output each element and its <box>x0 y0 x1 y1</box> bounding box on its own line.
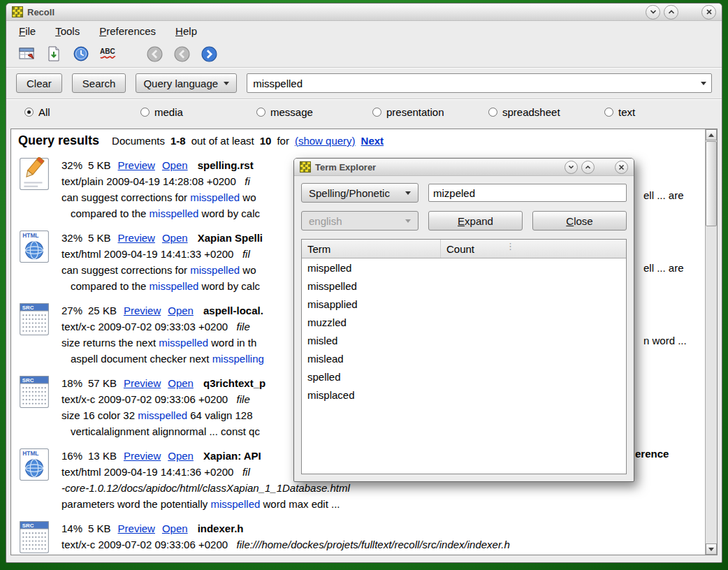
search-button[interactable]: Search <box>72 73 126 93</box>
back-icon-2[interactable] <box>173 45 191 63</box>
open-link[interactable]: Open <box>168 377 194 389</box>
result-size: 5 KB <box>88 159 111 171</box>
clock-icon[interactable] <box>72 45 90 63</box>
snippet-text: size returns the next <box>61 337 159 349</box>
language-dropdown[interactable]: english <box>301 211 418 231</box>
filter-text[interactable]: text <box>604 106 720 118</box>
highlighted-term: misspelling <box>212 353 264 365</box>
term-row[interactable]: misapplied <box>302 295 626 313</box>
result-url: -core-1.0.12/docs/apidoc/html/classXapia… <box>61 482 350 494</box>
document-icon[interactable] <box>45 45 63 63</box>
abc-spell-icon[interactable]: ABC <box>99 45 117 63</box>
open-link[interactable]: Open <box>162 522 188 534</box>
preview-link[interactable]: Preview <box>124 450 161 462</box>
query-history-dropdown-icon[interactable] <box>696 74 711 92</box>
term-cell: misled <box>302 335 441 346</box>
results-scrollbar[interactable] <box>705 129 717 555</box>
dialog-title-bar[interactable]: Term Explorer <box>294 159 634 176</box>
term-row[interactable]: muzzled <box>302 313 626 331</box>
highlighted-term: misspelled <box>210 498 260 510</box>
results-total: 10 <box>260 135 272 147</box>
filter-spreadsheet[interactable]: spreadsheet <box>488 106 604 118</box>
term-row[interactable]: misled <box>302 331 626 349</box>
menu-tools[interactable]: Tools <box>55 25 80 37</box>
menu-help[interactable]: Help <box>175 25 197 37</box>
radio-icon <box>140 108 150 117</box>
preview-link[interactable]: Preview <box>124 377 161 389</box>
filter-message[interactable]: message <box>256 106 372 118</box>
snippet-text: size 16 color 32 <box>61 409 138 421</box>
dialog-maximize-button[interactable] <box>581 161 595 174</box>
preview-link[interactable]: Preview <box>124 305 161 316</box>
snippet-text: text/plain 2009-04-19 14:28:08 +0200 <box>61 175 245 187</box>
clear-button[interactable]: Clear <box>16 73 62 93</box>
expand-button[interactable]: Expand <box>428 211 523 231</box>
preview-link[interactable]: Preview <box>118 159 155 171</box>
term-column-header[interactable]: Term <box>302 240 441 258</box>
dialog-body: Spelling/Phonetic english Expand Close T… <box>294 176 634 481</box>
highlighted-term: misspelled <box>150 280 199 292</box>
open-link[interactable]: Open <box>168 450 194 462</box>
term-row[interactable]: spelled <box>302 367 626 386</box>
result-score: 32% <box>61 159 82 171</box>
show-query-link[interactable]: (show query) <box>295 135 356 147</box>
menu-preferences[interactable]: Preferences <box>99 25 156 37</box>
term-cell: muzzled <box>302 316 441 328</box>
highlighted-term: misspelled <box>190 264 240 276</box>
query-language-dropdown[interactable]: Query language <box>136 73 237 93</box>
title-bar[interactable]: Recoll <box>6 3 722 21</box>
preview-link[interactable]: Preview <box>118 232 155 244</box>
term-cell: mispelled <box>302 262 441 274</box>
filter-media[interactable]: media <box>140 106 256 118</box>
term-cell: misapplied <box>302 298 441 310</box>
result-size: 5 KB <box>88 232 111 244</box>
filter-all[interactable]: All <box>24 106 140 118</box>
minimize-button[interactable] <box>646 5 660 20</box>
term-explorer-dialog: Term Explorer Spelling/Phonetic english <box>293 158 634 482</box>
header-handle-icon: ⋮ <box>506 241 515 251</box>
overflow-text-fragment: ell ... are <box>643 189 684 201</box>
scroll-down-icon[interactable] <box>706 543 717 555</box>
search-query-combo <box>247 73 712 93</box>
snippet-text: text/html 2009-04-19 14:41:36 +0200 <box>61 466 242 478</box>
app-icon <box>300 161 311 173</box>
search-input[interactable] <box>247 78 696 89</box>
filter-label: All <box>38 106 50 118</box>
open-link[interactable]: Open <box>168 305 194 316</box>
desktop: Recoll File Tools Preferences Help <box>0 0 728 570</box>
scrollbar-thumb[interactable] <box>706 141 717 226</box>
results-range: 1-8 <box>170 135 186 147</box>
term-row[interactable]: mispelled <box>302 258 626 277</box>
open-link[interactable]: Open <box>162 232 188 244</box>
scroll-up-icon[interactable] <box>706 129 717 140</box>
preview-link[interactable]: Preview <box>118 522 155 534</box>
result-title: q3richtext_p <box>203 377 265 389</box>
result-url: file <box>237 321 250 332</box>
close-button[interactable] <box>701 5 716 20</box>
term-input-box <box>428 184 627 202</box>
open-link[interactable]: Open <box>162 159 188 171</box>
next-page-link[interactable]: Next <box>361 135 384 147</box>
term-input[interactable] <box>429 184 626 201</box>
menu-file[interactable]: File <box>19 25 36 37</box>
term-row[interactable]: misspelled <box>302 277 626 295</box>
term-row[interactable]: mislead <box>302 349 626 367</box>
expansion-mode-dropdown[interactable]: Spelling/Phonetic <box>301 183 418 203</box>
back-icon[interactable] <box>145 45 163 63</box>
result-url: file <box>237 393 250 405</box>
query-detail-icon[interactable] <box>17 45 36 63</box>
snippet-text: text/x-c 2009-07-02 09:33:06 +0200 <box>61 539 237 550</box>
term-row[interactable]: misplaced <box>302 386 626 404</box>
maximize-button[interactable] <box>664 5 678 20</box>
dialog-controls <box>565 161 628 174</box>
snippet-text: wo <box>240 264 256 276</box>
close-dialog-button[interactable]: Close <box>532 211 627 231</box>
dialog-minimize-button[interactable] <box>565 161 578 174</box>
count-column-header[interactable]: Count <box>441 243 474 255</box>
snippet-text: can suggest corrections for <box>61 264 190 276</box>
window-controls <box>646 5 716 20</box>
term-table-header: Term Count ⋮ <box>302 240 626 258</box>
forward-icon[interactable] <box>200 45 218 63</box>
filter-presentation[interactable]: presentation <box>372 106 488 118</box>
dialog-close-button[interactable] <box>615 161 628 174</box>
